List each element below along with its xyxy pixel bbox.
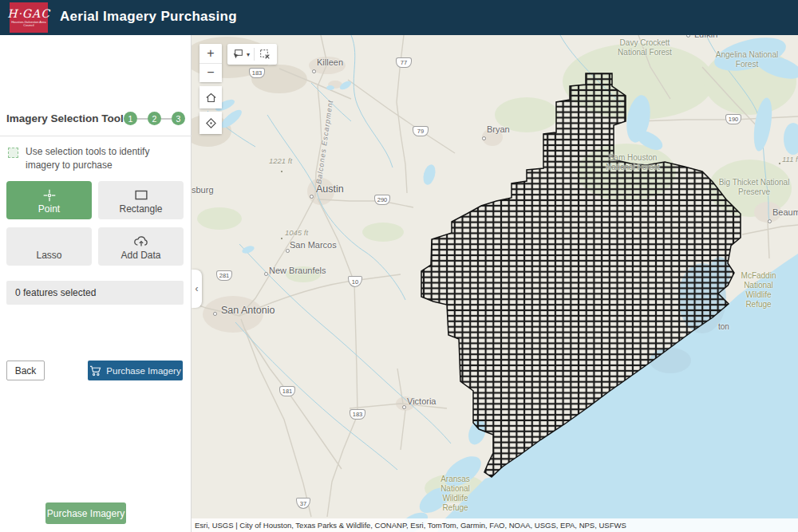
city-label-beaumont: Beaumont: [772, 207, 798, 217]
city-marker: [310, 195, 314, 199]
city-marker: [402, 405, 406, 409]
aerial-imagery-purchasing-app: H·GAC Houston-Galveston Area Council Aer…: [0, 0, 798, 532]
divider: [0, 136, 192, 136]
city-marker: [768, 219, 772, 223]
rectangle-tool-label: Rectangle: [119, 203, 162, 215]
purchase-imagery-label: Purchase Imagery: [106, 366, 180, 376]
highway-shield-281: 281: [216, 270, 232, 281]
lasso-tool-button[interactable]: Lasso: [6, 227, 92, 266]
elevation-label-1221: 1221 ft: [269, 156, 292, 165]
highway-shield-183: 183: [249, 68, 265, 78]
selection-toolbar: ▾: [227, 44, 277, 65]
highway-shield-183-south: 183: [350, 409, 365, 420]
city-label-fredericksburg-fragment: sburg: [192, 185, 214, 195]
elevation-marker: [281, 171, 282, 172]
features-selected-status: 0 features selected: [6, 281, 184, 305]
cloud-upload-icon: [132, 233, 150, 250]
city-label-austin: Austin: [316, 183, 344, 195]
logo-subtext: Houston-Galveston Area Council: [10, 21, 48, 28]
panel-title: Imagery Selection Tool: [6, 112, 124, 124]
instruction-block: Use selection tools to identify imagery …: [8, 145, 182, 173]
zoom-control: + −: [200, 44, 222, 82]
city-marker: [264, 272, 268, 276]
city-marker: [482, 136, 486, 140]
imagery-tile-grid-overlay[interactable]: [192, 35, 798, 532]
zoom-in-button[interactable]: +: [200, 44, 222, 64]
step-connector: [161, 118, 172, 120]
area-label-angelina: Angelina National Forest: [710, 50, 784, 69]
step-2-badge: 2: [148, 112, 161, 125]
highway-shield-79: 79: [413, 126, 429, 136]
rectangle-icon: [132, 187, 150, 204]
city-marker: [286, 249, 290, 253]
city-label-san-antonio: San Antonio: [221, 305, 275, 316]
panel-collapse-tab[interactable]: ‹: [192, 270, 202, 308]
app-header: H·GAC Houston-Galveston Area Council Aer…: [0, 0, 798, 35]
purchase-imagery-bottom-button[interactable]: Purchase Imagery: [45, 502, 126, 524]
add-data-button[interactable]: Add Data: [98, 227, 184, 266]
area-label-big-thicket: Big Thicket National Preserve: [717, 178, 791, 197]
locate-icon: [204, 116, 218, 130]
purchase-imagery-button[interactable]: Purchase Imagery: [88, 361, 183, 380]
home-button[interactable]: [200, 86, 222, 108]
city-label-san-marcos: San Marcos: [290, 240, 337, 250]
city-label-victoria: Victoria: [407, 396, 436, 406]
city-label-bryan: Bryan: [487, 124, 510, 134]
elevation-label-1045: 1045 ft: [285, 228, 308, 237]
highway-shield-190: 190: [725, 114, 741, 124]
clear-selection-button[interactable]: [259, 48, 271, 61]
clear-selection-icon: [259, 48, 271, 61]
locate-button[interactable]: [200, 112, 222, 134]
point-tool-label: Point: [38, 203, 60, 215]
step-3-badge: 3: [172, 112, 185, 125]
panel-title-row: Imagery Selection Tool 1 2 3: [6, 112, 185, 125]
city-label-new-braunfels: New Braunfels: [269, 266, 326, 275]
step-1-badge: 1: [124, 112, 137, 125]
map-attribution: Esri, USGS | City of Houston, Texas Park…: [192, 518, 798, 532]
elevation-marker: [779, 163, 780, 164]
hgac-logo: H·GAC Houston-Galveston Area Council: [10, 2, 48, 33]
highway-shield-181: 181: [279, 386, 295, 396]
city-label-lufkin: Lufkin: [694, 35, 717, 39]
area-label-davy-crockett: Davy Crockett National Forest: [608, 38, 681, 57]
home-extent-control: [200, 86, 222, 108]
chevron-left-icon: ‹: [196, 283, 199, 294]
toolbar-divider: [254, 48, 255, 61]
page-title: Aerial Imagery Purchasing: [60, 9, 237, 25]
city-marker: [213, 312, 217, 316]
cart-icon: [89, 365, 101, 376]
add-data-label: Add Data: [120, 250, 160, 261]
selection-tool-panel: Imagery Selection Tool 1 2 3 Use selecti…: [0, 35, 192, 532]
area-label-mcfaddin: McFaddin National Wildlife Refuge: [740, 271, 777, 309]
area-label-aransas: Aransas National Wildlife Refuge: [437, 475, 474, 513]
city-marker: [312, 69, 316, 73]
area-label-sam-houston: Sam Houston National Forest: [596, 153, 670, 172]
elevation-marker: [281, 238, 282, 239]
step-connector: [137, 118, 148, 120]
select-tool-dropdown-caret[interactable]: ▾: [247, 51, 250, 58]
step-indicator: 1 2 3: [124, 112, 185, 125]
select-rectangle-icon: [231, 48, 244, 61]
logo-acronym: H·GAC: [7, 8, 50, 19]
city-label-killeen: Killeen: [317, 57, 343, 67]
instruction-text: Use selection tools to identify imagery …: [26, 145, 182, 173]
crosshair-icon: [41, 187, 58, 204]
select-tool-button[interactable]: [231, 48, 244, 61]
marquee-select-icon: [8, 148, 18, 158]
locate-control: [200, 112, 222, 134]
point-tool-button[interactable]: Point: [6, 181, 92, 219]
city-label-galveston-fragment: ton: [718, 322, 729, 331]
home-icon: [204, 91, 218, 104]
rectangle-tool-button[interactable]: Rectangle: [98, 181, 184, 219]
zoom-out-button[interactable]: −: [200, 64, 222, 83]
lasso-tool-label: Lasso: [36, 250, 61, 261]
back-button[interactable]: Back: [6, 361, 45, 380]
highway-shield-290: 290: [374, 195, 390, 205]
map-canvas[interactable]: Killeen Bryan Austin San Marcos New Brau…: [192, 35, 798, 532]
elevation-label-111: 111 ft: [782, 155, 798, 164]
highway-shield-77: 77: [396, 57, 412, 68]
